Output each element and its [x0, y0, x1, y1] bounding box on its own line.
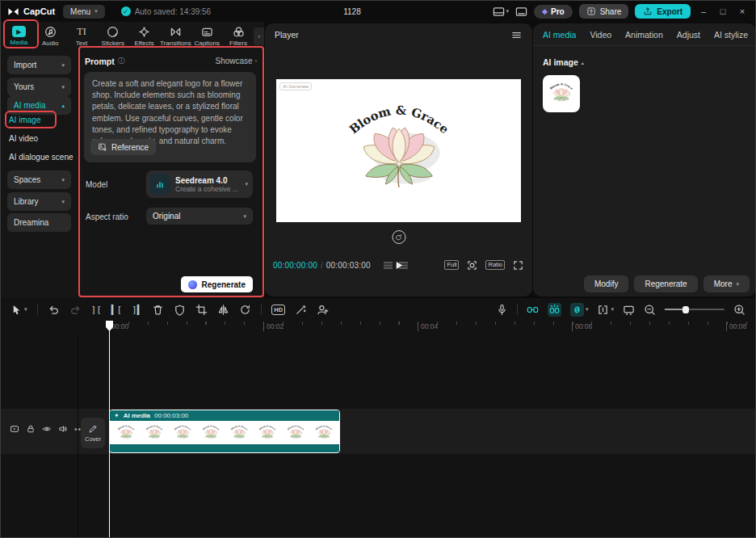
zoom-out-icon[interactable]: [644, 304, 656, 316]
delete-icon[interactable]: [152, 304, 164, 316]
mirror-icon[interactable]: [217, 304, 229, 316]
track-type-icon[interactable]: [10, 424, 19, 434]
cover-button[interactable]: Cover: [81, 418, 105, 448]
track-view-options-button[interactable]: ▾: [597, 304, 614, 316]
menu-button[interactable]: Menu▾: [63, 5, 105, 19]
redo-icon[interactable]: [69, 304, 82, 316]
tab-captions[interactable]: Captions: [191, 24, 223, 47]
ai-image-section-header[interactable]: AI image ▴: [543, 57, 584, 67]
sidebar-item-ai-video[interactable]: AI video: [9, 134, 38, 143]
tab-video[interactable]: Video: [590, 30, 611, 40]
hd-quality-button[interactable]: HD: [271, 305, 285, 315]
rotate-icon: [395, 233, 403, 242]
frame-list-icon[interactable]: [382, 259, 394, 271]
share-button[interactable]: Share: [579, 4, 629, 19]
main-track-magnet-icon[interactable]: [527, 304, 539, 316]
lock-track-icon[interactable]: [26, 424, 36, 434]
sidebar-item-ai-image[interactable]: AI image: [9, 116, 40, 124]
maximize-button[interactable]: □: [716, 6, 729, 16]
tab-media[interactable]: ▶ Media: [3, 24, 35, 46]
showcase-link[interactable]: Showcase ›: [216, 57, 257, 65]
ai-image-thumbnail[interactable]: [543, 75, 580, 112]
full-button[interactable]: Full: [444, 260, 459, 270]
tab-adjust[interactable]: Adjust: [677, 30, 700, 40]
auto-snap-chip[interactable]: [548, 303, 561, 317]
ai-media-clip[interactable]: ✦ AI media 00:00:03:00: [109, 410, 340, 453]
filmstrip-frame: [144, 422, 165, 443]
autosave-check-icon: ✓: [121, 6, 131, 16]
delete-left-icon[interactable]: ▍[: [111, 304, 122, 316]
tab-transitions[interactable]: Transitions: [160, 24, 191, 47]
tab-animation[interactable]: Animation: [625, 30, 663, 40]
play-button[interactable]: [393, 260, 404, 271]
crop-icon[interactable]: [195, 304, 208, 316]
close-button[interactable]: ×: [736, 6, 749, 16]
tab-stickers[interactable]: Stickers: [97, 24, 128, 47]
linked-clips-button[interactable]: ▾: [570, 303, 589, 317]
regenerate-button-right[interactable]: Regenerate: [634, 275, 697, 292]
portrait-enhance-icon[interactable]: [317, 304, 329, 316]
minimize-button[interactable]: –: [697, 6, 710, 16]
sidebar-item-dreamina[interactable]: Dreamina: [7, 213, 71, 232]
tab-ai-stylize[interactable]: AI stylize: [714, 30, 748, 40]
model-select[interactable]: Seedream 4.0 Create a cohesive ... ▾: [146, 170, 253, 198]
delete-right-icon[interactable]: ]▍: [132, 304, 142, 316]
regenerate-button[interactable]: Regenerate: [181, 276, 253, 292]
timeline-zoom-slider[interactable]: [665, 305, 724, 313]
preview-canvas[interactable]: AI Generate: [276, 79, 521, 222]
sidebar-item-spaces[interactable]: Spaces▾: [7, 170, 71, 189]
thumbnail-logo-image: [545, 78, 578, 110]
tab-text[interactable]: TI Text: [66, 24, 98, 47]
sidebar-item-import[interactable]: Import▾: [7, 56, 71, 74]
tab-effects[interactable]: Effects: [128, 24, 160, 47]
compact-layout-button[interactable]: [515, 6, 527, 18]
rotate-tool-icon[interactable]: [239, 304, 251, 316]
timeline-ruler[interactable]: 00:00 00:02 00:04 00:06 00:08: [78, 321, 755, 334]
timeline-tracks-area[interactable]: ••• Cover ✦ AI media 00:00:03:00: [1, 334, 755, 537]
pro-button[interactable]: ◆ Pro: [534, 5, 573, 19]
sidebar-item-library[interactable]: Library▾: [7, 192, 71, 211]
modify-button[interactable]: Modify: [584, 275, 628, 292]
tab-text-label: Text: [76, 40, 88, 47]
tab-filters[interactable]: Filters: [223, 24, 254, 47]
reference-button[interactable]: Reference: [90, 139, 156, 155]
sidebar-spaces-label: Spaces: [14, 175, 40, 184]
aspect-ratio-select[interactable]: Original ▾: [146, 208, 253, 225]
zoom-in-icon[interactable]: [733, 304, 746, 316]
sidebar-item-ai-media[interactable]: AI media▴: [7, 96, 71, 115]
generated-logo-image: [329, 82, 469, 221]
preview-frame-icon[interactable]: [623, 304, 635, 316]
mask-icon[interactable]: [174, 304, 186, 316]
rotate-handle[interactable]: [392, 230, 405, 244]
chevron-down-icon: ▾: [611, 306, 614, 313]
split-icon[interactable]: ][: [91, 304, 102, 316]
layout-toggle-button[interactable]: ▾: [493, 6, 510, 18]
timeline-toolbar: ▾ ][ ▍[ ]▍ HD: [1, 298, 755, 321]
focus-icon[interactable]: [466, 259, 478, 271]
toggle-visibility-icon[interactable]: [42, 424, 52, 434]
tab-audio[interactable]: Audio: [35, 24, 66, 47]
undo-icon[interactable]: [48, 304, 60, 316]
clip-filmstrip: [110, 421, 339, 444]
export-button[interactable]: Export: [635, 4, 691, 19]
record-voiceover-icon[interactable]: [496, 304, 508, 316]
more-button[interactable]: More▾: [704, 275, 750, 292]
select-tool-button[interactable]: ▾: [10, 304, 27, 316]
prompt-input[interactable]: Create a soft and elegant logo for a flo…: [84, 72, 256, 162]
mute-track-icon[interactable]: [58, 424, 68, 434]
filmstrip-frame: [229, 422, 250, 443]
player-menu-icon[interactable]: [510, 29, 523, 41]
capcut-logo-icon: [7, 6, 19, 18]
fullscreen-icon[interactable]: [512, 259, 524, 271]
filmstrip-frame: [200, 422, 221, 443]
aspect-ratio-value: Original: [153, 212, 180, 221]
magic-edit-icon[interactable]: [295, 304, 307, 316]
ratio-button[interactable]: Ratio: [485, 260, 505, 270]
zoom-slider-handle[interactable]: [682, 306, 689, 313]
sidebar-item-ai-dialogue-scene[interactable]: AI dialogue scene: [9, 153, 74, 162]
tab-ai-media[interactable]: AI media: [543, 30, 576, 40]
ruler-label-4: 00:08: [726, 322, 746, 331]
sidebar-item-yours[interactable]: Yours▾: [7, 78, 71, 96]
filmstrip-frame: [313, 422, 334, 443]
tabs-overflow-button[interactable]: ›: [254, 27, 264, 45]
